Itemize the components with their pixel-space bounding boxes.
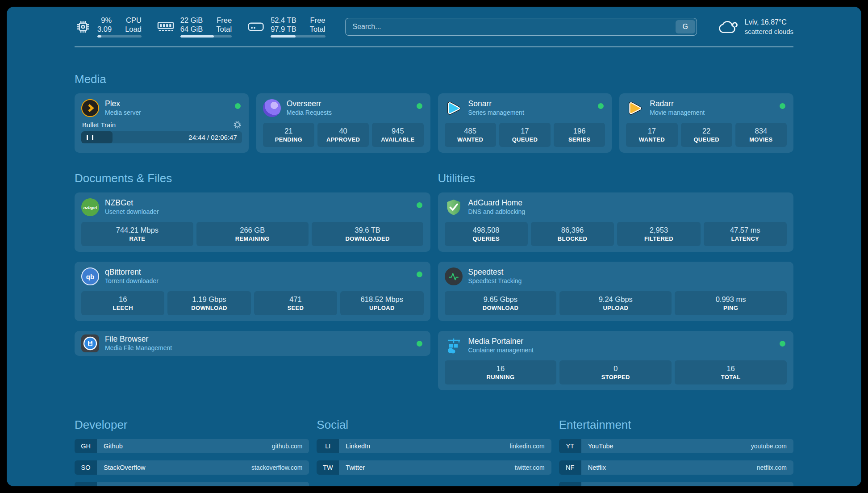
bookmark-reddit[interactable]: RE Reddit reddit.com [559,482,793,486]
service-card-filebrowser[interactable]: File Browser Media File Management [75,331,430,356]
disk-progress-bar [271,35,325,38]
stat-block: 16 LEECH [81,291,164,315]
service-name: Sonarr [468,99,524,108]
memory-icon [157,20,175,33]
stat-block: 485 WANTED [445,123,496,147]
service-card-nzbget[interactable]: nzbget NZBGet Usenet downloader 744.21 M… [75,192,430,252]
service-name: AdGuard Home [468,198,526,207]
playback-progress-bar[interactable]: 24:44 / 02:06:47 [81,131,242,143]
disk-stat-widget: 52.4 TB 97.9 TB Free Total [247,16,325,38]
stat-block: 16 TOTAL [675,360,787,384]
search-input[interactable] [346,23,674,31]
service-name: Radarr [650,99,705,108]
service-card-qbittorrent[interactable]: qb qBittorrent Torrent downloader 16 LEE… [75,262,430,321]
stat-block: 945 AVAILABLE [372,123,423,147]
cpu-load-label: Load [125,25,142,33]
section-title-documents: Documents & Files [75,171,430,185]
stat-block: 266 GB REMAINING [196,222,309,246]
system-stats: 9% 3.09 CPU Load [75,16,326,38]
service-name: qBittorrent [105,267,159,276]
status-dot [417,103,422,109]
service-desc: Media server [105,108,141,117]
service-card-adguard[interactable]: AdGuard Home DNS and adblocking 498,508 … [438,192,794,252]
cpu-icon [75,18,92,35]
cpu-progress-bar [97,35,142,38]
bookmark-netflix[interactable]: NF Netflix netflix.com [559,460,793,475]
speedtest-icon [445,267,463,285]
service-card-portainer[interactable]: Media Portainer Container management 16 … [438,331,794,390]
memory-free-value: 22 GiB [180,16,203,25]
bookmark-github[interactable]: GH Github github.com [75,439,309,453]
service-card-plex[interactable]: Plex Media server Bullet Train [75,93,249,153]
service-desc: Media Requests [287,108,332,117]
section-media: Media Plex Media server Bullet Train [75,72,793,153]
stat-block: 17 QUEUED [499,123,551,147]
adguard-icon [445,198,463,216]
status-dot [235,103,241,109]
service-name: Media Portainer [468,337,534,346]
stat-block: 86,396 BLOCKED [531,222,614,246]
bookmark-group-title: Entertainment [559,418,793,432]
section-title-utilities: Utilities [438,171,794,185]
cpu-load-value: 3.09 [97,25,112,33]
stat-block: 471 SEED [254,291,337,315]
service-desc: Container management [468,346,534,355]
stat-block: 21 PENDING [263,123,314,147]
stat-block: 744.21 Mbps RATE [81,222,193,246]
bookmark-linkedin[interactable]: LI LinkedIn linkedin.com [317,439,551,453]
weather-condition: scattered clouds [745,27,793,36]
bookmark-group-title: Social [317,418,551,432]
filebrowser-icon [81,334,99,352]
service-desc: Media File Management [105,343,172,352]
stat-block: 22 QUEUED [681,123,732,147]
disk-free-value: 52.4 TB [271,16,296,25]
stat-block: 9.24 Gbps UPLOAD [559,291,672,315]
disk-icon [247,20,265,33]
service-card-overseerr[interactable]: Overseerr Media Requests 21 PENDING 40 A… [256,93,430,153]
bookmark-twitter[interactable]: TW Twitter twitter.com [317,460,551,475]
disk-total-value: 97.9 TB [271,25,296,33]
bookmark-group-developer: Developer GH Github github.com SO StackO… [75,418,309,486]
cloud-icon [717,19,739,35]
search-bar: G [345,18,697,36]
stat-block: 17 WANTED [626,123,677,147]
status-dot [780,103,785,109]
service-card-radarr[interactable]: Radarr Movie management 17 WANTED 22 QUE… [619,93,793,153]
stat-block: 196 SERIES [554,123,605,147]
status-dot [598,103,604,109]
bookmark-dev[interactable]: DT DEV dev.to [75,482,309,486]
plex-icon [81,99,99,117]
bookmark-group-entertainment: Entertainment YT YouTube youtube.com NF … [559,418,793,486]
now-playing-title: Bullet Train [82,121,116,129]
stat-block: 9.65 Gbps DOWNLOAD [445,291,557,315]
service-card-sonarr[interactable]: Sonarr Series management 485 WANTED 17 Q… [438,93,612,153]
stat-block: 498,508 QUERIES [445,222,528,246]
memory-free-label: Free [216,16,232,25]
section-utilities: Utilities [438,171,794,390]
bookmark-stackoverflow[interactable]: SO StackOverflow stackoverflow.com [75,460,309,475]
service-name: NZBGet [105,198,159,207]
top-bar: 9% 3.09 CPU Load [75,16,793,38]
bookmark-youtube[interactable]: YT YouTube youtube.com [559,439,793,453]
cpu-usage-label: CPU [125,16,142,25]
stat-block: 1.19 Gbps DOWNLOAD [167,291,250,315]
memory-total-value: 64 GiB [180,25,203,33]
qbittorrent-icon: qb [81,267,99,285]
overseerr-icon [263,99,281,117]
service-desc: Speedtest Tracking [468,276,522,285]
now-playing-settings-icon[interactable] [234,121,241,129]
section-title-media: Media [75,72,793,86]
bookmark-group-social: Social LI LinkedIn linkedin.com TW Twitt… [317,418,551,486]
pause-icon[interactable] [87,135,93,140]
search-provider-button[interactable]: G [676,20,695,33]
stat-block: 834 MOVIES [735,123,787,147]
stat-block: 47.57 ms LATENCY [704,222,787,246]
weather-location: Lviv, 16.87°C [745,17,793,27]
weather-widget: Lviv, 16.87°C scattered clouds [717,17,793,36]
service-name: Speedtest [468,267,522,276]
stat-block: 2,953 FILTERED [617,222,700,246]
stat-block: 40 APPROVED [317,123,369,147]
nzbget-icon: nzbget [81,198,99,216]
cpu-usage-value: 9% [97,16,112,25]
service-card-speedtest[interactable]: Speedtest Speedtest Tracking 9.65 Gbps D… [438,262,794,321]
